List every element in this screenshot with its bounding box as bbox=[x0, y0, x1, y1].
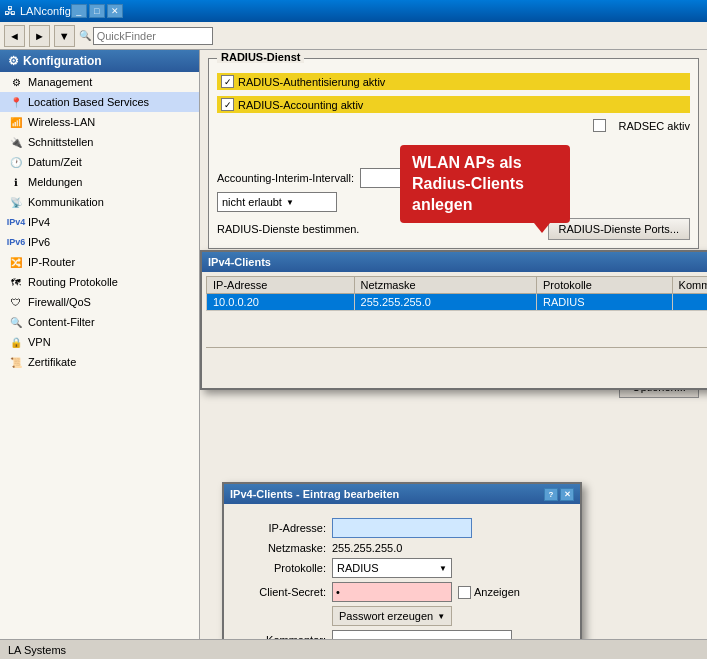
sidebar-item-communication[interactable]: 📡 Kommunikation bbox=[0, 192, 199, 212]
col-mask: Netzmaske bbox=[354, 277, 536, 294]
dialog-separator bbox=[206, 347, 707, 348]
sidebar-label-routing: Routing Protokolle bbox=[28, 276, 118, 288]
sidebar-item-ipv6[interactable]: IPv6 IPv6 bbox=[0, 232, 199, 252]
generate-dropdown-icon: ▼ bbox=[437, 612, 445, 621]
location-icon: 📍 bbox=[8, 94, 24, 110]
sidebar-item-messages[interactable]: ℹ Meldungen bbox=[0, 172, 199, 192]
messages-icon: ℹ bbox=[8, 174, 24, 190]
wireless-icon: 📶 bbox=[8, 114, 24, 130]
edit-close-button[interactable]: ✕ bbox=[560, 488, 574, 501]
radsec-checkbox[interactable] bbox=[593, 119, 606, 132]
dropdown-button[interactable]: ▼ bbox=[54, 25, 75, 47]
edit-help-button[interactable]: ? bbox=[544, 488, 558, 501]
sidebar-label-ipv4: IPv4 bbox=[28, 216, 50, 228]
ipv4-dialog-action-buttons: Kopieren... Entfernen bbox=[206, 315, 707, 341]
sidebar-item-location[interactable]: 📍 Location Based Services bbox=[0, 92, 199, 112]
sidebar-item-firewall[interactable]: 🛡 Firewall/QoS bbox=[0, 292, 199, 312]
interfaces-icon: 🔌 bbox=[8, 134, 24, 150]
iprouter-icon: 🔀 bbox=[8, 254, 24, 270]
datetime-icon: 🕐 bbox=[8, 154, 24, 170]
callout-text: WLAN APs als Radius-Clients anlegen bbox=[412, 154, 524, 213]
generate-button-container[interactable]: Passwort erzeugen ▼ bbox=[332, 606, 452, 626]
sidebar-item-iprouter[interactable]: 🔀 IP-Router bbox=[0, 252, 199, 272]
sidebar-label-vpn: VPN bbox=[28, 336, 51, 348]
main-window: 🖧 LANconfig _ □ ✕ ◄ ► ▼ 🔍 ⚙ Konfiguratio… bbox=[0, 0, 707, 659]
sidebar-label-zertifikate: Zertifikate bbox=[28, 356, 76, 368]
sidebar-item-management[interactable]: ⚙ Management bbox=[0, 72, 199, 92]
zertifikate-icon: 📜 bbox=[8, 354, 24, 370]
auth-checkbox[interactable]: ✓ bbox=[221, 75, 234, 88]
ip-input[interactable]: 10.0.0.20 bbox=[332, 518, 472, 538]
accounting-checkbox[interactable]: ✓ bbox=[221, 98, 234, 111]
status-text: LA Systems bbox=[8, 644, 66, 656]
auth-label: RADIUS-Authentisierung aktiv bbox=[238, 76, 385, 88]
sidebar-item-ipv4[interactable]: IPv4 IPv4 bbox=[0, 212, 199, 232]
ipv4-clients-dialog: IPv4-Clients ? ✕ IP-Adresse Netzmaske Pr… bbox=[200, 250, 707, 390]
sidebar-label-datetime: Datum/Zeit bbox=[28, 156, 82, 168]
sidebar-item-wireless[interactable]: 📶 Wireless-LAN bbox=[0, 112, 199, 132]
sidebar-item-zertifikate[interactable]: 📜 Zertifikate bbox=[0, 352, 199, 372]
config-icon: ⚙ bbox=[8, 54, 19, 68]
protocol-label: Protokolle: bbox=[236, 562, 326, 574]
sidebar-item-routing[interactable]: 🗺 Routing Protokolle bbox=[0, 272, 199, 292]
cell-protocol: RADIUS bbox=[537, 294, 673, 311]
callout-tooltip: WLAN APs als Radius-Clients anlegen bbox=[400, 145, 570, 223]
accounting-checkbox-row: ✓ RADIUS-Accounting aktiv bbox=[217, 96, 690, 113]
app-icon: 🖧 bbox=[4, 4, 16, 18]
accounting-label: RADIUS-Accounting aktiv bbox=[238, 99, 363, 111]
ipv4-table: IP-Adresse Netzmaske Protokolle Kommenta… bbox=[206, 276, 707, 311]
radsec-label: RADSEC aktiv bbox=[618, 120, 690, 132]
communication-icon: 📡 bbox=[8, 194, 24, 210]
management-icon: ⚙ bbox=[8, 74, 24, 90]
ip-label: IP-Adresse: bbox=[236, 522, 326, 534]
protocol-row: Protokolle: RADIUS ▼ bbox=[236, 558, 568, 578]
sidebar-item-interfaces[interactable]: 🔌 Schnittstellen bbox=[0, 132, 199, 152]
sidebar-label-management: Management bbox=[28, 76, 92, 88]
ipv6-icon: IPv6 bbox=[8, 234, 24, 250]
sidebar-item-vpn[interactable]: 🔒 VPN bbox=[0, 332, 199, 352]
cell-ip: 10.0.0.20 bbox=[207, 294, 355, 311]
status-bar: LA Systems bbox=[0, 639, 707, 659]
minimize-button[interactable]: _ bbox=[71, 4, 87, 18]
maximize-button[interactable]: □ bbox=[89, 4, 105, 18]
ipv4-dialog-content: IP-Adresse Netzmaske Protokolle Kommenta… bbox=[202, 272, 707, 388]
title-bar: 🖧 LANconfig _ □ ✕ bbox=[0, 0, 707, 22]
comment-input[interactable] bbox=[332, 630, 512, 639]
quickfinder-input[interactable] bbox=[93, 27, 213, 45]
mask-row: Netzmaske: 255.255.255.0 bbox=[236, 542, 568, 554]
sidebar-item-content[interactable]: 🔍 Content-Filter bbox=[0, 312, 199, 332]
generate-row: Passwort erzeugen ▼ bbox=[236, 606, 568, 626]
cell-mask: 255.255.255.0 bbox=[354, 294, 536, 311]
protocol-select[interactable]: RADIUS ▼ bbox=[332, 558, 452, 578]
forward-button[interactable]: ► bbox=[29, 25, 50, 47]
col-comment: Kommentar bbox=[672, 277, 707, 294]
sidebar-header-text: Konfiguration bbox=[23, 54, 102, 68]
sidebar-label-wireless: Wireless-LAN bbox=[28, 116, 95, 128]
content-icon: 🔍 bbox=[8, 314, 24, 330]
show-checkbox[interactable] bbox=[458, 586, 471, 599]
sidebar: ⚙ Konfiguration ⚙ Management 📍 Location … bbox=[0, 50, 200, 639]
radius-group-title: RADIUS-Dienst bbox=[217, 51, 304, 63]
secret-input[interactable] bbox=[332, 582, 452, 602]
mask-value: 255.255.255.0 bbox=[332, 542, 402, 554]
protocol-arrow-icon: ▼ bbox=[439, 564, 447, 573]
content-area: ⚙ Konfiguration ⚙ Management 📍 Location … bbox=[0, 50, 707, 639]
dropdown-select[interactable]: nicht erlaubt ▼ bbox=[217, 192, 337, 212]
ipv4-icon: IPv4 bbox=[8, 214, 24, 230]
auth-checkbox-row: ✓ RADIUS-Authentisierung aktiv bbox=[217, 73, 690, 90]
description-text: RADIUS-Dienste bestimmen. bbox=[217, 223, 359, 235]
close-button[interactable]: ✕ bbox=[107, 4, 123, 18]
secret-row: Client-Secret: Anzeigen bbox=[236, 582, 568, 602]
sidebar-item-datetime[interactable]: 🕐 Datum/Zeit bbox=[0, 152, 199, 172]
ipv4-dialog-title: IPv4-Clients bbox=[208, 256, 271, 268]
sidebar-header: ⚙ Konfiguration bbox=[0, 50, 199, 72]
table-row[interactable]: 10.0.0.20 255.255.255.0 RADIUS bbox=[207, 294, 708, 311]
dropdown-value: nicht erlaubt bbox=[222, 196, 282, 208]
sidebar-label-communication: Kommunikation bbox=[28, 196, 104, 208]
comment-label: Kommentar: bbox=[236, 634, 326, 639]
sidebar-label-content: Content-Filter bbox=[28, 316, 95, 328]
title-bar-buttons: _ □ ✕ bbox=[71, 4, 123, 18]
comment-row: Kommentar: bbox=[236, 630, 568, 639]
sidebar-label-messages: Meldungen bbox=[28, 176, 82, 188]
back-button[interactable]: ◄ bbox=[4, 25, 25, 47]
